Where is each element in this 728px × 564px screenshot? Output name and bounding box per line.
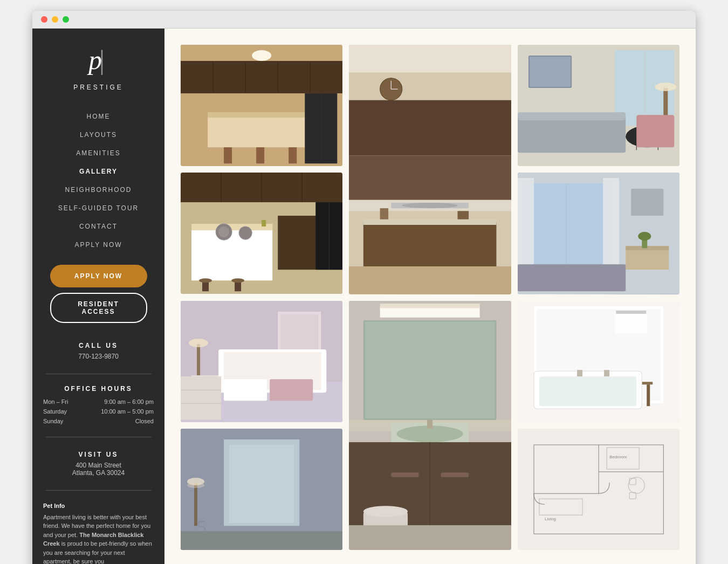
gallery-item[interactable] [349,45,511,294]
hours-table: Mon – Fri 9:00 am – 6:00 pm Saturday 10:… [43,397,154,426]
nav-contact[interactable]: CONTACT [32,217,164,236]
gallery-item[interactable] [518,301,679,422]
svg-rect-116 [577,370,582,376]
nav-home[interactable]: HOME [32,107,164,126]
svg-rect-11 [224,147,232,163]
svg-text:Bedroom: Bedroom [609,455,627,459]
svg-rect-51 [191,226,272,280]
svg-rect-36 [518,115,626,153]
svg-rect-30 [349,266,511,294]
logo-area: p | PRESTIGE [73,45,123,91]
svg-rect-9 [208,115,315,147]
gallery-item[interactable] [181,301,342,422]
nav-apply-now[interactable]: APPLY NOW [32,236,164,254]
pet-info-title: Pet Info [43,501,154,511]
nav-layouts[interactable]: LAYOUTS [32,126,164,144]
svg-rect-12 [256,147,264,163]
nav-amenities[interactable]: AMENITIES [32,144,164,162]
hours-time-saturday: 10:00 am – 5:00 pm [101,408,154,415]
gallery-item[interactable] [181,173,342,294]
svg-point-58 [199,278,212,283]
svg-rect-29 [458,211,469,219]
svg-point-124 [187,483,204,488]
svg-rect-21 [349,100,511,156]
call-us-section: CALL US 770-123-9870 [32,334,164,368]
svg-rect-126 [181,531,342,550]
close-dot[interactable] [41,16,47,23]
svg-point-55 [239,226,252,239]
svg-rect-86 [181,376,221,419]
svg-rect-100 [392,472,419,477]
svg-rect-28 [380,208,388,219]
svg-rect-68 [603,178,619,264]
nav-self-guided-tour[interactable]: SELF-GUIDED TOUR [32,199,164,217]
svg-rect-43 [636,115,674,147]
svg-point-3 [252,50,271,61]
svg-rect-110 [616,311,646,314]
office-hours-title: OFFICE HOURS [43,385,154,393]
svg-rect-109 [615,312,647,333]
logo-icon: p | [83,45,115,77]
browser-chrome [32,11,696,29]
svg-point-25 [402,203,458,208]
main-content: 5 [164,29,696,564]
svg-rect-97 [427,419,432,428]
svg-rect-52 [191,224,272,230]
resident-access-button[interactable]: RESIDENT ACCESS [50,293,147,323]
svg-rect-115 [539,376,636,406]
svg-rect-35 [530,57,571,87]
svg-point-42 [655,82,676,91]
fullscreen-dot[interactable] [63,16,69,23]
visit-us-title: VISIT US [43,451,154,458]
hours-row-saturday: Saturday 10:00 am – 5:00 pm [43,407,154,416]
svg-rect-85 [270,379,313,401]
minimize-dot[interactable] [52,16,58,23]
gallery-item[interactable]: 5 [181,429,342,550]
gallery-item[interactable] [349,301,511,551]
phone-number[interactable]: 770-123-9870 [32,353,164,360]
svg-rect-117 [604,370,609,376]
sidebar: p | PRESTIGE HOME LAYOUTS AMENITIES GALL… [32,29,164,564]
apply-now-button[interactable]: APPLY NOW [50,265,147,287]
svg-rect-37 [518,112,626,120]
svg-point-60 [231,278,244,283]
visit-us-section: VISIT US 400 Main Street Atlanta, GA 300… [32,443,164,485]
svg-rect-79 [197,344,200,376]
svg-text:Living: Living [545,517,556,521]
svg-text:|: | [98,45,105,75]
call-us-title: CALL US [32,342,164,349]
gallery-item[interactable] [181,45,342,166]
hours-day-saturday: Saturday [43,408,67,415]
svg-rect-93 [365,322,495,418]
svg-rect-104 [349,525,511,550]
address-line2: Atlanta, GA 30024 [43,469,154,477]
divider-3 [46,490,152,491]
hours-row-weekday: Mon – Fri 9:00 am – 6:00 pm [43,397,154,407]
hours-day-sunday: Sunday [43,418,63,424]
hours-day-weekday: Mon – Fri [43,398,68,405]
gallery-item[interactable]: Living Bedroom [518,429,679,550]
nav-menu: HOME LAYOUTS AMENITIES GALLERY NEIGHBORH… [32,107,164,254]
divider-2 [46,437,152,437]
svg-rect-13 [289,147,297,163]
svg-rect-121 [229,445,294,523]
svg-point-54 [218,226,229,237]
svg-rect-67 [518,178,534,264]
svg-rect-4 [181,61,342,93]
svg-rect-26 [363,222,497,266]
nav-gallery[interactable]: GALLERY [32,162,164,181]
hours-row-sunday: Sunday Closed [43,416,154,426]
svg-rect-70 [626,248,669,270]
svg-rect-113 [647,384,650,406]
nav-neighborhood[interactable]: NEIGHBORHOOD [32,181,164,199]
pet-info-text: Apartment living is better with your bes… [43,514,152,565]
svg-rect-56 [262,220,266,226]
svg-point-80 [189,339,208,347]
logo-text: PRESTIGE [73,84,123,91]
gallery-item[interactable] [518,45,679,166]
svg-rect-17 [349,45,511,72]
gallery-item[interactable] [518,173,679,294]
svg-rect-27 [363,219,497,225]
svg-rect-69 [631,189,663,216]
svg-rect-10 [208,112,315,118]
